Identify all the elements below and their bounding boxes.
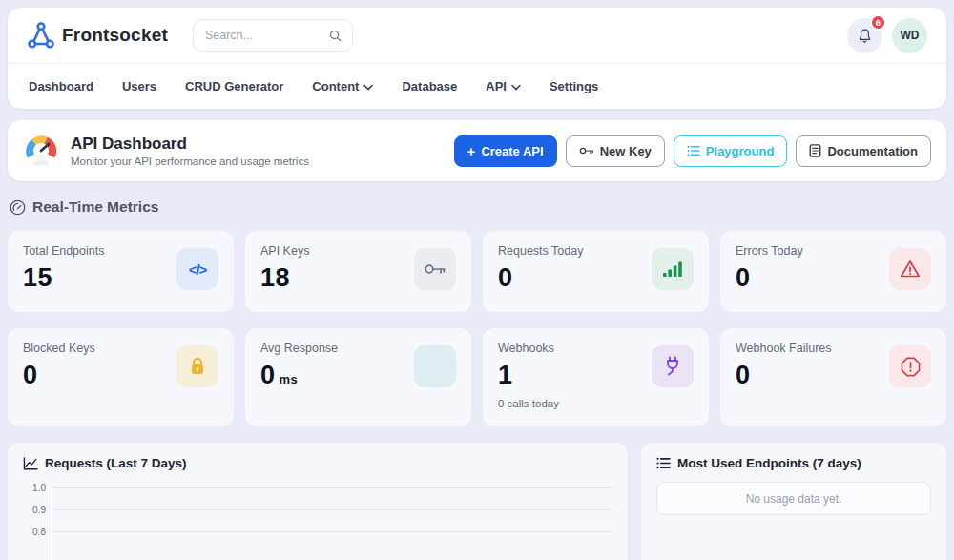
y-tick-label: 1.0 xyxy=(23,483,46,493)
page-title: API Dashboard xyxy=(71,135,309,154)
realtime-metrics-heading: Real-Time Metrics xyxy=(10,198,944,216)
brand-name: Frontsocket xyxy=(62,25,168,46)
metric-label: Webhooks xyxy=(498,342,559,355)
document-icon xyxy=(809,144,821,157)
list-icon xyxy=(687,145,700,156)
metric-value: 0 xyxy=(498,263,583,293)
api-dashboard-banner: API Dashboard Monitor your API performan… xyxy=(8,120,946,181)
avatar[interactable]: WD xyxy=(892,18,927,53)
notification-badge: 6 xyxy=(870,14,886,31)
most-used-endpoints-panel: Most Used Endpoints (7 days) No usage da… xyxy=(641,443,946,560)
requests-chart: 1.0 0.9 0.8 xyxy=(23,482,612,560)
metric-label: Blocked Keys xyxy=(23,342,95,355)
list-icon xyxy=(656,457,671,469)
metric-card-webhooks[interactable]: Webhooks 1 0 calls today xyxy=(483,328,709,426)
documentation-button[interactable]: Documentation xyxy=(796,135,931,167)
key-icon xyxy=(414,248,456,290)
notifications-button[interactable]: 6 xyxy=(847,18,882,53)
y-tick-label: 0.8 xyxy=(23,527,46,537)
metric-value: 0 xyxy=(736,361,832,390)
frontsocket-logo-icon xyxy=(27,21,55,50)
metric-value: 0 xyxy=(23,361,95,390)
playground-button[interactable]: Playground xyxy=(674,135,788,167)
warning-triangle-icon xyxy=(889,248,931,290)
search-input[interactable] xyxy=(205,29,328,42)
requests-chart-heading: Requests (Last 7 Days) xyxy=(23,456,612,470)
metric-label: Avg Response xyxy=(260,342,338,355)
metric-card-requests-today[interactable]: Requests Today 0 xyxy=(483,231,709,312)
plus-icon: + xyxy=(467,143,476,159)
metrics-row-1: Total Endpoints 15 </> API Keys 18 Reque… xyxy=(8,231,946,312)
nav-item-dashboard[interactable]: Dashboard xyxy=(29,79,93,93)
metric-value: 1 xyxy=(498,361,559,390)
panel-title: Requests (Last 7 Days) xyxy=(45,456,187,470)
metric-value: 18 xyxy=(260,263,309,293)
new-key-button[interactable]: New Key xyxy=(566,135,665,167)
requests-chart-panel: Requests (Last 7 Days) 1.0 0.9 0.8 xyxy=(8,443,628,560)
empty-state-message: No usage data yet. xyxy=(656,482,931,515)
nav-item-api[interactable]: API xyxy=(486,79,521,93)
section-title: Real-Time Metrics xyxy=(32,198,158,216)
chevron-down-icon xyxy=(511,84,521,91)
metric-card-webhook-failures[interactable]: Webhook Failures 0 xyxy=(720,328,946,426)
chevron-down-icon xyxy=(363,84,373,91)
bar-chart-icon xyxy=(652,248,694,290)
metric-label: Errors Today xyxy=(736,244,803,258)
plug-icon xyxy=(652,345,694,387)
metric-label: Requests Today xyxy=(498,244,583,258)
metrics-row-2: Blocked Keys 0 Avg Response 0ms xyxy=(8,328,946,426)
code-icon: </> xyxy=(176,248,218,290)
bottom-section: Requests (Last 7 Days) 1.0 0.9 0.8 xyxy=(8,443,946,560)
nav-item-crud-generator[interactable]: CRUD Generator xyxy=(185,79,283,93)
bell-icon xyxy=(857,28,873,44)
search-box[interactable] xyxy=(193,19,353,52)
metric-value: 15 xyxy=(23,263,104,293)
metric-label: API Keys xyxy=(260,244,309,258)
gauge-circle-icon xyxy=(10,199,26,216)
nav-item-settings[interactable]: Settings xyxy=(550,79,598,93)
response-time-icon xyxy=(414,345,456,387)
metric-value: 0ms xyxy=(260,361,338,390)
metric-card-avg-response[interactable]: Avg Response 0ms xyxy=(245,328,471,426)
header-top-row: Frontsocket xyxy=(8,8,946,63)
metric-value: 0 xyxy=(736,263,803,293)
octagon-alert-icon xyxy=(889,345,931,387)
nav-item-users[interactable]: Users xyxy=(122,79,156,93)
brand-logo[interactable]: Frontsocket xyxy=(27,21,168,50)
metric-card-api-keys[interactable]: API Keys 18 xyxy=(245,231,471,312)
create-api-button[interactable]: + Create API xyxy=(454,135,557,167)
page: Frontsocket xyxy=(0,0,954,560)
banner-actions: + Create API New Key xyxy=(454,135,931,167)
metric-unit: ms xyxy=(280,372,299,386)
y-tick-label: 0.9 xyxy=(23,505,46,515)
header-actions: 6 WD xyxy=(847,18,927,53)
nav-item-database[interactable]: Database xyxy=(402,79,457,93)
metric-label: Webhook Failures xyxy=(736,342,832,355)
search-icon[interactable] xyxy=(328,29,342,43)
banner-text: API Dashboard Monitor your API performan… xyxy=(71,135,309,167)
metric-card-errors-today[interactable]: Errors Today 0 xyxy=(720,231,946,312)
lock-icon xyxy=(176,345,218,387)
key-icon xyxy=(579,145,594,156)
page-subtitle: Monitor your API performance and usage m… xyxy=(71,156,309,167)
main-nav: Dashboard Users CRUD Generator Content D… xyxy=(8,64,946,109)
metric-card-total-endpoints[interactable]: Total Endpoints 15 </> xyxy=(8,231,234,312)
metric-label: Total Endpoints xyxy=(23,244,104,258)
gauge-icon xyxy=(23,133,59,169)
nav-item-content[interactable]: Content xyxy=(312,79,373,93)
panel-title: Most Used Endpoints (7 days) xyxy=(677,456,861,470)
metric-subtext: 0 calls today xyxy=(498,398,559,409)
header: Frontsocket xyxy=(8,8,946,109)
endpoints-heading: Most Used Endpoints (7 days) xyxy=(656,456,931,470)
line-chart-icon xyxy=(23,457,38,470)
metric-card-blocked-keys[interactable]: Blocked Keys 0 xyxy=(8,328,234,426)
